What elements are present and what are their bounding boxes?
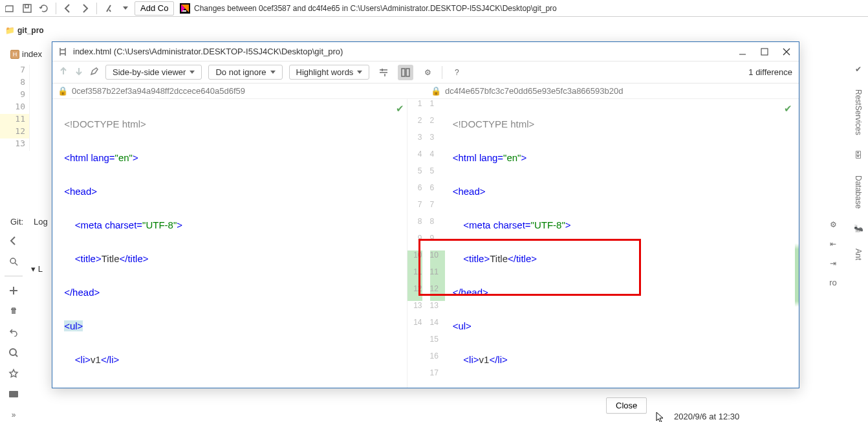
local-label: ▾ L — [31, 264, 43, 274]
project-label: 📁 git_pro — [0, 19, 49, 41]
editor-file-tab[interactable]: H index — [10, 49, 42, 59]
diff-icon — [56, 45, 69, 58]
folder-icon: 📁 — [5, 26, 15, 35]
back-icon[interactable] — [60, 1, 76, 16]
rest-services-tab[interactable]: RestServices — [854, 89, 863, 135]
more-icon[interactable]: » — [6, 407, 21, 422]
vcs-right-tools: ⚙ ⇤ ⇥ ro — [825, 217, 841, 287]
ignore-dropdown[interactable]: Do not ignore — [208, 65, 282, 80]
lock-icon: 🔒 — [431, 86, 441, 96]
ant-icon[interactable]: 🐜 — [854, 224, 863, 233]
add-commit-button[interactable]: Add Co — [135, 1, 174, 16]
open-icon[interactable] — [3, 1, 18, 16]
diff-left-pane[interactable]: <!DOCTYPE html> <html lang="en"> <head> … — [52, 99, 407, 388]
middle-gutter: 1234567891011121314 12345678910111213141… — [407, 99, 445, 388]
background-tab-title: Changes between 0cef3587 and dc4f4e65 in… — [194, 4, 557, 13]
ro-label: ro — [829, 278, 837, 287]
close-button[interactable]: Close — [606, 397, 647, 414]
branch-icon[interactable] — [101, 1, 116, 16]
add-icon[interactable] — [6, 283, 21, 298]
svg-rect-1 — [25, 5, 28, 8]
check-icon: ✔ — [396, 100, 404, 117]
next-diff-icon[interactable] — [74, 67, 83, 78]
dialog-title: index.html (C:\Users\Administrator.DESKT… — [73, 47, 734, 56]
background-tab: Changes between 0cef3587 and dc4f4e65 in… — [176, 0, 561, 17]
commit-dropdown-icon[interactable] — [118, 1, 133, 16]
sync-scroll-icon[interactable] — [398, 65, 413, 80]
git-panel-label: Git: — [10, 217, 23, 227]
viewer-mode-dropdown[interactable]: Side-by-side viewer — [105, 65, 202, 80]
svg-point-5 — [10, 349, 16, 355]
svg-rect-9 — [406, 69, 409, 76]
left-code[interactable]: <!DOCTYPE html> <html lang="en"> <head> … — [56, 99, 407, 388]
find-icon[interactable] — [6, 345, 21, 361]
editor-gutter: 7 8 9 10 11 12 13 — [0, 65, 30, 151]
svg-rect-7 — [761, 49, 768, 55]
prev-diff-icon[interactable] — [59, 67, 68, 78]
git-log-tab[interactable]: Log — [34, 217, 48, 227]
diff-toolbar: Side-by-side viewer Do not ignore Highli… — [52, 61, 799, 83]
right-tool-tabs: ✔ RestServices 🗄 Database 🐜 Ant — [849, 58, 868, 260]
database-icon[interactable]: 🗄 — [854, 151, 862, 160]
dialog-titlebar[interactable]: index.html (C:\Users\Administrator.DESKT… — [52, 42, 799, 61]
html-file-icon: H — [10, 50, 19, 59]
left-hash: 0cef3587b22ef3a94a948ff2dccece640a5d6f59 — [72, 86, 245, 96]
forward-icon[interactable] — [77, 1, 92, 16]
jetbrains-icon — [180, 3, 190, 14]
search-icon[interactable] — [6, 254, 21, 269]
right-code[interactable]: <!DOCTYPE html> <html lang="en"> <head> … — [445, 99, 796, 388]
diff-count: 1 difference — [748, 67, 792, 77]
vcs-toolstrip: » — [0, 233, 27, 422]
save-icon[interactable] — [19, 1, 35, 16]
check-icon: ✔ — [784, 100, 792, 117]
check-icon[interactable]: ✔ — [855, 65, 862, 74]
highlight-dropdown[interactable]: Highlight words — [289, 65, 370, 80]
diff-dialog: index.html (C:\Users\Administrator.DESKT… — [52, 41, 799, 388]
diff-body: <!DOCTYPE html> <html lang="en"> <head> … — [52, 99, 799, 388]
database-tab[interactable]: Database — [854, 175, 863, 208]
lock-icon: 🔒 — [58, 86, 68, 96]
rectangle-icon[interactable] — [6, 386, 21, 402]
commit-hash-row: 🔒 0cef3587b22ef3a94a948ff2dccece640a5d6f… — [52, 83, 799, 99]
svg-rect-6 — [9, 391, 18, 397]
svg-rect-8 — [402, 69, 405, 76]
svg-rect-0 — [23, 5, 31, 12]
right-hash: dc4f4e657bfc3c7e0dd65e93e5fc3a866593b20d — [445, 86, 623, 96]
edit-icon[interactable] — [90, 67, 99, 78]
indent-left-icon[interactable]: ⇤ — [825, 236, 841, 252]
indent-right-icon[interactable]: ⇥ — [825, 256, 841, 271]
commit-date: 2020/9/6 at 12:30 — [674, 412, 739, 421]
chevron-left-icon[interactable] — [6, 233, 21, 249]
maximize-button[interactable] — [756, 43, 773, 60]
diff-right-pane[interactable]: <!DOCTYPE html> <html lang="en"> <head> … — [445, 99, 799, 388]
minimize-button[interactable] — [734, 43, 751, 60]
refresh-icon[interactable] — [36, 1, 52, 16]
revert-icon[interactable] — [6, 324, 21, 340]
settings-icon[interactable]: ⚙ — [420, 65, 435, 80]
svg-point-4 — [10, 258, 16, 263]
help-icon[interactable]: ? — [449, 65, 464, 80]
delete-icon[interactable] — [6, 304, 21, 319]
collapse-icon[interactable] — [376, 65, 391, 80]
ant-tab[interactable]: Ant — [854, 249, 863, 260]
gear-icon[interactable]: ⚙ — [825, 217, 841, 232]
close-dialog-button[interactable] — [778, 43, 795, 60]
star-icon[interactable] — [6, 366, 21, 381]
cursor-icon — [656, 412, 665, 422]
